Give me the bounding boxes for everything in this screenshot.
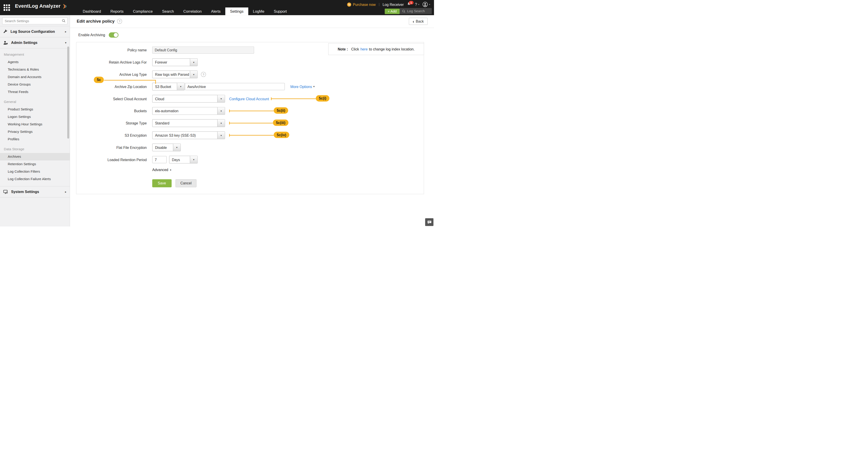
sidebar-item-agents[interactable]: Agents: [0, 58, 70, 66]
nav-tab-compliance[interactable]: Compliance: [128, 7, 157, 15]
back-button[interactable]: ‹ Back: [409, 18, 428, 25]
callout-5c: 5c: [94, 77, 104, 83]
feedback-chat-button[interactable]: [425, 218, 434, 226]
enable-archiving-toggle[interactable]: [109, 32, 118, 38]
retention-period-unit-value: Days: [169, 156, 190, 163]
nav-tab-dashboard[interactable]: Dashboard: [78, 7, 106, 15]
user-profile-menu[interactable]: ▾: [423, 2, 430, 7]
sidebar-item-log-collection-filters[interactable]: Log Collection Filters: [0, 168, 70, 175]
buckets-value: ela-automation: [153, 107, 217, 115]
dropdown-arrow-icon: ▾: [217, 120, 225, 127]
sidebar-item-profiles[interactable]: Profiles: [0, 135, 70, 143]
flat-file-encryption-value: Disable: [153, 144, 173, 151]
configure-cloud-account-link[interactable]: Configure Cloud Account: [229, 97, 269, 101]
sidebar-item-working-hour-settings[interactable]: Working Hour Settings: [0, 121, 70, 128]
nav-tab-logme[interactable]: LogMe: [248, 7, 269, 15]
purchase-now-link[interactable]: Purchase now: [347, 2, 376, 6]
cloud-account-select[interactable]: Cloud ▾: [152, 95, 225, 102]
callout-5cii: 5c(ii): [274, 107, 288, 114]
buckets-select[interactable]: ela-automation ▾: [152, 107, 225, 115]
policy-name-input[interactable]: [152, 46, 254, 54]
retention-period-unit-select[interactable]: Days ▾: [169, 156, 198, 163]
sidebar-search: [2, 18, 68, 25]
caret-down-icon: ▾: [313, 85, 315, 88]
note-text-after: to change log index location.: [369, 47, 414, 51]
sidebar-item-product-settings[interactable]: Product Settings: [0, 106, 70, 113]
advanced-toggle[interactable]: Advanced ▸: [152, 168, 172, 172]
notifications-button[interactable]: 1: [407, 2, 412, 7]
sidebar-item-technicians-roles[interactable]: Technicians & Roles: [0, 66, 70, 73]
group-label: Admin Settings: [11, 41, 62, 45]
back-label: Back: [416, 19, 424, 23]
nav-tab-support[interactable]: Support: [269, 7, 291, 15]
log-search-button[interactable]: Log Search: [400, 8, 432, 14]
loaded-retention-period-label: Loaded Retention Period: [76, 158, 149, 162]
zip-location-type-select[interactable]: S3 Bucket ▾: [152, 83, 185, 91]
note-text-before: Click: [351, 47, 359, 51]
header-utilities: Purchase now | Log Receiver 1 ? ▾: [347, 2, 430, 7]
nav-tab-correlation[interactable]: Correlation: [179, 7, 206, 15]
save-button[interactable]: Save: [152, 179, 172, 187]
archive-log-type-label: Archive Log Type: [76, 72, 149, 76]
add-button[interactable]: + Add: [385, 9, 400, 14]
archive-log-type-select[interactable]: Raw logs with Parsed ▾: [152, 71, 198, 78]
log-type-help-icon[interactable]: ?: [201, 72, 206, 77]
archive-policy-form-panel: Note : Click here to change log index lo…: [76, 42, 424, 194]
callout-5ciii: 5c(iii): [273, 120, 288, 126]
sidebar-item-threat-feeds[interactable]: Threat Feeds: [0, 88, 70, 96]
s3-encryption-value: Amazon S3 key (SSE-S3): [153, 132, 217, 139]
sidebar-item-archives[interactable]: Archives: [0, 153, 70, 160]
log-receiver-link[interactable]: Log Receiver: [382, 2, 404, 6]
help-menu[interactable]: ? ▾: [415, 2, 420, 7]
sidebar-item-log-collection-failure-alerts[interactable]: Log Collection Failure Alerts: [0, 175, 70, 183]
apps-grid-icon[interactable]: [4, 4, 10, 11]
log-search-label: Log Search: [407, 9, 425, 13]
settings-sidebar: Log Source Configuration ▸ Admin Setting…: [0, 15, 70, 226]
more-options-link[interactable]: More Options ▾: [290, 85, 314, 89]
dropdown-arrow-icon: ▾: [217, 132, 225, 139]
sidebar-item-logon-settings[interactable]: Logon Settings: [0, 113, 70, 121]
zip-location-path-input[interactable]: [185, 83, 285, 90]
retention-period-input[interactable]: [152, 156, 167, 163]
retain-period-select[interactable]: Forever ▾: [152, 58, 198, 66]
chevron-left-icon: ‹: [413, 19, 414, 24]
flat-file-encryption-label: Flat File Encryption: [76, 145, 149, 149]
sidebar-item-device-groups[interactable]: Device Groups: [0, 81, 70, 88]
nav-tab-settings[interactable]: Settings: [225, 7, 248, 15]
sidebar-item-retention-settings[interactable]: Retention Settings: [0, 160, 70, 168]
more-options-label: More Options: [290, 85, 312, 89]
sidebar-item-domain-accounts[interactable]: Domain and Accounts: [0, 73, 70, 81]
callout-5ciii-line: [229, 123, 273, 123]
nav-tab-search[interactable]: Search: [157, 7, 179, 15]
logo-swoosh-icon: [62, 3, 67, 9]
nav-tab-alerts[interactable]: Alerts: [206, 7, 225, 15]
dropdown-arrow-icon: ▾: [190, 71, 197, 78]
sidebar-item-privacy-settings[interactable]: Privacy Settings: [0, 128, 70, 135]
dropdown-arrow-icon: ▾: [217, 95, 225, 102]
storage-type-label: Storage Type: [76, 121, 149, 125]
dropdown-arrow-icon: ▾: [190, 156, 197, 163]
cloud-account-value: Cloud: [153, 95, 217, 102]
nav-tab-reports[interactable]: Reports: [106, 7, 128, 15]
sidebar-search-input[interactable]: [2, 18, 68, 25]
sidebar-group-admin-settings[interactable]: Admin Settings ▾: [0, 37, 70, 48]
log-index-location-link[interactable]: here: [361, 47, 368, 51]
sidebar-scrollbar[interactable]: [67, 46, 69, 138]
purchase-now-label: Purchase now: [353, 2, 376, 6]
flat-file-encryption-select[interactable]: Disable ▾: [152, 144, 181, 151]
sidebar-group-system-settings[interactable]: System Settings ▸: [0, 186, 70, 198]
main-nav: Dashboard Reports Compliance Search Corr…: [78, 0, 291, 15]
page-help-icon[interactable]: ?: [117, 19, 122, 24]
caret-down-icon: ▾: [418, 3, 419, 6]
cancel-button[interactable]: Cancel: [176, 179, 196, 187]
storage-type-select[interactable]: Standard ▾: [152, 119, 225, 127]
archive-zip-location-label: Archive Zip Location: [76, 85, 149, 89]
s3-encryption-select[interactable]: Amazon S3 key (SSE-S3) ▾: [152, 131, 225, 139]
section-title-data-storage: Data Storage: [0, 143, 70, 153]
sidebar-group-log-source-configuration[interactable]: Log Source Configuration ▸: [0, 26, 70, 37]
chat-bubble-icon: [427, 220, 432, 224]
select-cloud-account-label: Select Cloud Account: [76, 97, 149, 101]
search-icon[interactable]: [62, 19, 66, 24]
enable-archiving-label: Enable Archiving: [78, 33, 105, 37]
dropdown-arrow-icon: ▾: [190, 59, 197, 66]
